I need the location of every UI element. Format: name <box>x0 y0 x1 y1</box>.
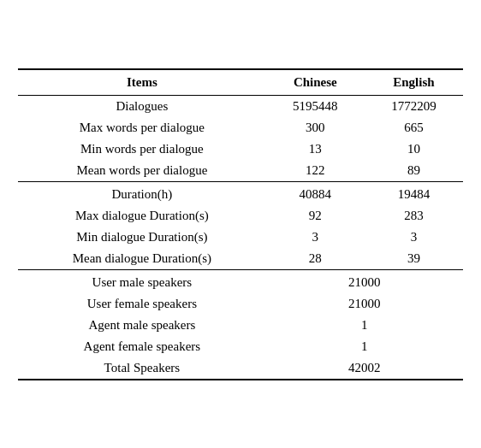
row-chinese: 3 <box>266 227 365 248</box>
table-row: Min words per dialogue 13 10 <box>18 139 463 160</box>
row-combined: 21000 <box>266 293 463 315</box>
row-label: Min dialogue Duration(s) <box>18 227 266 248</box>
row-label: Duration(h) <box>18 181 266 205</box>
row-combined: 1 <box>266 315 463 336</box>
table-row: User male speakers 21000 <box>18 269 463 293</box>
row-label: User male speakers <box>18 269 266 293</box>
table-row: Mean dialogue Duration(s) 28 39 <box>18 248 463 270</box>
table-row: Duration(h) 40884 19484 <box>18 181 463 205</box>
row-label: Agent male speakers <box>18 315 266 336</box>
row-label: Agent female speakers <box>18 336 266 357</box>
row-english: 1772209 <box>365 95 463 117</box>
table-row: Total Speakers 42002 <box>18 357 463 380</box>
table-row: Agent female speakers 1 <box>18 336 463 357</box>
row-chinese: 5195448 <box>266 95 365 117</box>
col-header-items: Items <box>18 69 266 96</box>
table-row: Agent male speakers 1 <box>18 315 463 336</box>
table-row: User female speakers 21000 <box>18 293 463 315</box>
table-row: Max words per dialogue 300 665 <box>18 117 463 139</box>
table-row: Dialogues 5195448 1772209 <box>18 95 463 117</box>
row-label: Dialogues <box>18 95 266 117</box>
row-chinese: 28 <box>266 248 365 270</box>
row-english: 89 <box>365 160 463 182</box>
row-label: Max words per dialogue <box>18 117 266 139</box>
data-table: Items Chinese English Dialogues 5195448 … <box>18 68 463 380</box>
row-combined: 42002 <box>266 357 463 380</box>
row-english: 10 <box>365 139 463 160</box>
row-label: Min words per dialogue <box>18 139 266 160</box>
row-english: 283 <box>365 205 463 227</box>
row-chinese: 13 <box>266 139 365 160</box>
table-row: Max dialogue Duration(s) 92 283 <box>18 205 463 227</box>
table-row: Min dialogue Duration(s) 3 3 <box>18 227 463 248</box>
col-header-english: English <box>365 69 463 96</box>
row-label: Max dialogue Duration(s) <box>18 205 266 227</box>
row-chinese: 40884 <box>266 181 365 205</box>
row-english: 665 <box>365 117 463 139</box>
row-chinese: 122 <box>266 160 365 182</box>
row-english: 39 <box>365 248 463 270</box>
row-combined: 1 <box>266 336 463 357</box>
header-row: Items Chinese English <box>18 69 463 96</box>
row-chinese: 300 <box>266 117 365 139</box>
row-label: Mean dialogue Duration(s) <box>18 248 266 270</box>
col-header-chinese: Chinese <box>266 69 365 96</box>
row-label: Total Speakers <box>18 357 266 380</box>
row-chinese: 92 <box>266 205 365 227</box>
row-combined: 21000 <box>266 269 463 293</box>
row-english: 19484 <box>365 181 463 205</box>
table-container: Items Chinese English Dialogues 5195448 … <box>18 68 463 380</box>
table-row: Mean words per dialogue 122 89 <box>18 160 463 182</box>
row-label: Mean words per dialogue <box>18 160 266 182</box>
row-label: User female speakers <box>18 293 266 315</box>
row-english: 3 <box>365 227 463 248</box>
